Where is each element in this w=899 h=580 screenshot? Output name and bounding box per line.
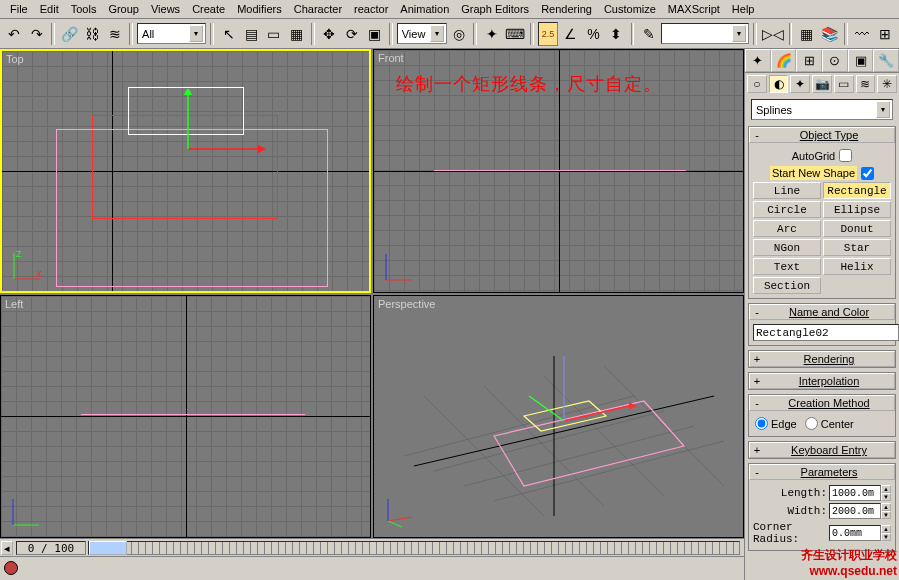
menu-grapheditors[interactable]: Graph Editors bbox=[455, 1, 535, 17]
menu-maxscript[interactable]: MAXScript bbox=[662, 1, 726, 17]
transform-gizmo[interactable] bbox=[168, 89, 268, 179]
named-selection-dropdown[interactable] bbox=[661, 23, 749, 44]
link-button[interactable]: 🔗 bbox=[59, 22, 80, 46]
viewport-perspective[interactable]: Perspective bbox=[373, 295, 744, 539]
tab-display[interactable]: ▣ bbox=[848, 49, 874, 72]
radio-center[interactable]: Center bbox=[805, 417, 854, 430]
category-dropdown[interactable]: Splines bbox=[751, 99, 893, 120]
viewport-label-top: Top bbox=[6, 53, 24, 65]
rotate-button[interactable]: ⟳ bbox=[342, 22, 363, 46]
btn-line[interactable]: Line bbox=[753, 182, 821, 199]
width-input[interactable] bbox=[829, 503, 881, 519]
object-name-input[interactable] bbox=[753, 324, 899, 341]
menu-animation[interactable]: Animation bbox=[394, 1, 455, 17]
mirror-button[interactable]: ▷◁ bbox=[761, 22, 785, 46]
keyboard-shortcut-button[interactable]: ⌨ bbox=[504, 22, 526, 46]
time-ruler[interactable] bbox=[88, 541, 740, 555]
snap-toggle-button[interactable]: 2.5 bbox=[538, 22, 559, 46]
btn-rectangle[interactable]: Rectangle bbox=[823, 182, 891, 199]
percent-snap-button[interactable]: % bbox=[583, 22, 604, 46]
ref-coord-dropdown[interactable]: View bbox=[397, 23, 447, 44]
subtab-lights[interactable]: ✦ bbox=[790, 75, 810, 93]
schematic-view-button[interactable]: ⊞ bbox=[874, 22, 895, 46]
btn-star[interactable]: Star bbox=[823, 239, 891, 256]
start-new-shape-checkbox[interactable] bbox=[861, 167, 874, 180]
tab-modify[interactable]: 🌈 bbox=[771, 49, 797, 72]
tab-utilities[interactable]: 🔧 bbox=[873, 49, 899, 72]
menu-character[interactable]: Character bbox=[288, 1, 348, 17]
scale-button[interactable]: ▣ bbox=[364, 22, 385, 46]
length-down[interactable]: ▼ bbox=[881, 493, 891, 501]
corner-up[interactable]: ▲ bbox=[881, 525, 891, 533]
radio-edge[interactable]: Edge bbox=[755, 417, 797, 430]
menu-edit[interactable]: Edit bbox=[34, 1, 65, 17]
menu-file[interactable]: File bbox=[4, 1, 34, 17]
selection-set-dropdown[interactable]: All bbox=[137, 23, 206, 44]
menu-rendering[interactable]: Rendering bbox=[535, 1, 598, 17]
length-up[interactable]: ▲ bbox=[881, 485, 891, 493]
btn-ngon[interactable]: NGon bbox=[753, 239, 821, 256]
tab-create[interactable]: ✦ bbox=[745, 49, 771, 72]
rollout-header-parameters[interactable]: -Parameters bbox=[749, 464, 895, 480]
subtab-systems[interactable]: ✳ bbox=[877, 75, 897, 93]
subtab-shapes[interactable]: ◐ bbox=[769, 75, 789, 93]
btn-circle[interactable]: Circle bbox=[753, 201, 821, 218]
svg-line-16 bbox=[424, 396, 544, 516]
use-center-button[interactable]: ◎ bbox=[449, 22, 470, 46]
btn-ellipse[interactable]: Ellipse bbox=[823, 201, 891, 218]
rollout-header-keyboard-entry[interactable]: +Keyboard Entry bbox=[749, 442, 895, 458]
menu-modifiers[interactable]: Modifiers bbox=[231, 1, 288, 17]
subtab-spacewarps[interactable]: ≋ bbox=[856, 75, 876, 93]
rollout-header-rendering[interactable]: +Rendering bbox=[749, 351, 895, 367]
axis-tripod-icon bbox=[382, 250, 416, 284]
time-slider[interactable] bbox=[89, 541, 127, 555]
menu-group[interactable]: Group bbox=[102, 1, 145, 17]
window-crossing-button[interactable]: ▦ bbox=[286, 22, 307, 46]
bind-button[interactable]: ≋ bbox=[105, 22, 126, 46]
move-button[interactable]: ✥ bbox=[319, 22, 340, 46]
btn-text[interactable]: Text bbox=[753, 258, 821, 275]
menu-reactor[interactable]: reactor bbox=[348, 1, 394, 17]
layers-button[interactable]: 📚 bbox=[819, 22, 840, 46]
viewport-top[interactable]: Top xz bbox=[0, 49, 371, 293]
btn-section[interactable]: Section bbox=[753, 277, 821, 294]
menu-create[interactable]: Create bbox=[186, 1, 231, 17]
subtab-geometry[interactable]: ○ bbox=[747, 75, 767, 93]
curve-editor-button[interactable]: 〰 bbox=[852, 22, 873, 46]
spinner-snap-button[interactable]: ⬍ bbox=[606, 22, 627, 46]
select-region-button[interactable]: ▭ bbox=[264, 22, 285, 46]
redo-button[interactable]: ↷ bbox=[27, 22, 48, 46]
rollout-header-name-color[interactable]: -Name and Color bbox=[749, 304, 895, 320]
autogrid-checkbox[interactable] bbox=[839, 149, 852, 162]
corner-input[interactable] bbox=[829, 525, 881, 541]
viewport-left[interactable]: Left bbox=[0, 295, 371, 539]
width-up[interactable]: ▲ bbox=[881, 503, 891, 511]
rollout-header-creation-method[interactable]: -Creation Method bbox=[749, 395, 895, 411]
menu-help[interactable]: Help bbox=[726, 1, 761, 17]
unlink-button[interactable]: ⛓ bbox=[82, 22, 103, 46]
select-cursor-button[interactable]: ↖ bbox=[218, 22, 239, 46]
width-down[interactable]: ▼ bbox=[881, 511, 891, 519]
menu-views[interactable]: Views bbox=[145, 1, 186, 17]
menu-customize[interactable]: Customize bbox=[598, 1, 662, 17]
tab-hierarchy[interactable]: ⊞ bbox=[796, 49, 822, 72]
align-button[interactable]: ▦ bbox=[796, 22, 817, 46]
tab-motion[interactable]: ⊙ bbox=[822, 49, 848, 72]
btn-helix[interactable]: Helix bbox=[823, 258, 891, 275]
length-input[interactable] bbox=[829, 485, 881, 501]
svg-marker-3 bbox=[184, 89, 192, 95]
scroll-left-button[interactable]: ◂ bbox=[1, 541, 13, 555]
menu-tools[interactable]: Tools bbox=[65, 1, 103, 17]
rollout-header-object-type[interactable]: -Object Type bbox=[749, 127, 895, 143]
subtab-helpers[interactable]: ▭ bbox=[834, 75, 854, 93]
subtab-cameras[interactable]: 📷 bbox=[812, 75, 832, 93]
btn-arc[interactable]: Arc bbox=[753, 220, 821, 237]
rollout-header-interpolation[interactable]: +Interpolation bbox=[749, 373, 895, 389]
btn-donut[interactable]: Donut bbox=[823, 220, 891, 237]
undo-button[interactable]: ↶ bbox=[4, 22, 25, 46]
select-by-name-button[interactable]: ▤ bbox=[241, 22, 262, 46]
manipulate-button[interactable]: ✦ bbox=[481, 22, 502, 46]
named-sel-edit-button[interactable]: ✎ bbox=[638, 22, 659, 46]
angle-snap-button[interactable]: ∠ bbox=[560, 22, 581, 46]
corner-down[interactable]: ▼ bbox=[881, 533, 891, 541]
